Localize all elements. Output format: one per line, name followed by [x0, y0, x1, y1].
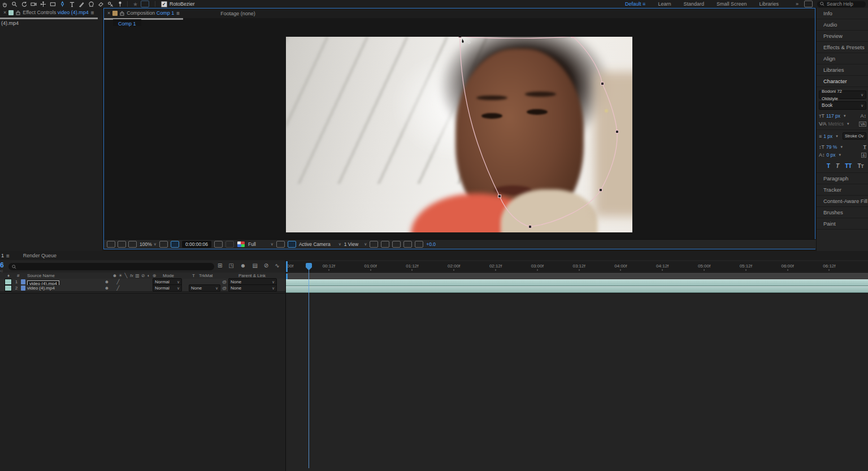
workspace-learn[interactable]: Learn [658, 1, 671, 7]
motion-blur-column-icon[interactable]: ⊘ [140, 273, 146, 278]
layer-row-2[interactable]: 2 video (4).mp4 ☻╱ Normal∨ None∨ @ None∨ [0, 285, 285, 292]
mask-star-icon[interactable]: ★ [133, 1, 138, 7]
parent-pickwhip-icon[interactable]: @ [220, 286, 228, 291]
current-time-fragment[interactable]: 6 [0, 261, 4, 269]
tab-composition[interactable]: × Composition Comp 1 ≡ [104, 8, 183, 19]
puppet-pin-tool-icon[interactable] [115, 1, 125, 8]
tab-effect-controls[interactable]: × Effect Controls video (4).mp4 ≡ [0, 8, 98, 18]
quality-icon[interactable]: ╱ [115, 286, 121, 291]
small-caps-button[interactable]: TT [857, 163, 863, 169]
layer-bar-1[interactable] [286, 279, 868, 286]
lock-icon[interactable] [16, 7, 20, 18]
lock-icon[interactable] [120, 8, 124, 18]
mask-path[interactable] [460, 37, 617, 227]
workspace-default[interactable]: Default ≡ [625, 1, 645, 7]
close-icon[interactable]: × [3, 10, 6, 15]
mask-vertex[interactable] [600, 189, 602, 192]
tab-footage[interactable]: Footage (none) [217, 8, 259, 18]
brush-tool-icon[interactable] [77, 1, 86, 8]
comp-mini-flowchart-icon[interactable]: ⊞ [218, 262, 222, 269]
always-preview-icon[interactable] [107, 241, 115, 248]
panel-paragraph[interactable]: Paragraph [817, 173, 868, 184]
draft-3d-icon[interactable]: ◳ [228, 262, 233, 269]
quality-column-icon[interactable]: ╲ [123, 273, 129, 278]
panel-brushes[interactable]: Brushes [817, 207, 868, 218]
pan-behind-tool-icon[interactable] [38, 1, 48, 8]
pixel-aspect-correction-icon[interactable] [381, 241, 389, 248]
fx-column-icon[interactable]: fx [129, 273, 134, 278]
mask-vertex[interactable] [616, 131, 619, 133]
shy-icon[interactable]: ☻ [104, 279, 110, 284]
panel-character[interactable]: Character [817, 76, 868, 87]
panel-audio[interactable]: Audio [817, 19, 868, 31]
grid-guides-icon[interactable] [159, 241, 168, 248]
col-trkmat[interactable]: TrkMat [199, 273, 231, 278]
rotobezier-checkbox[interactable]: ✓ [161, 1, 167, 7]
flowchart-icon[interactable] [403, 241, 412, 248]
show-snapshot-icon[interactable] [225, 241, 234, 248]
stereo-3d-icon[interactable] [128, 241, 137, 248]
mask-vertex[interactable] [529, 226, 532, 228]
panel-effects-presets[interactable]: Effects & Presets [817, 42, 868, 53]
hand-tool-icon[interactable] [0, 1, 10, 8]
transparency-grid-icon[interactable] [288, 241, 296, 248]
tab-render-queue[interactable]: Render Queue [20, 251, 60, 261]
panel-tracker[interactable]: Tracker [817, 184, 868, 196]
snapshot-camera-icon[interactable] [214, 241, 223, 248]
video-frame[interactable] [286, 37, 632, 232]
font-family-dropdown[interactable]: Bodoni 72 Oldstyle∨ [819, 90, 866, 99]
magnification-dropdown[interactable]: 100%∨ [140, 241, 157, 247]
work-area-bar[interactable] [286, 273, 868, 279]
adjustment-layer-column-icon[interactable]: ◐ [146, 273, 151, 278]
workspace-switcher-icon[interactable] [804, 1, 813, 7]
panel-libraries[interactable]: Libraries [817, 64, 868, 76]
exposure-value[interactable]: +0.0 [426, 241, 436, 247]
monitor-icon[interactable] [118, 241, 126, 248]
current-time-display[interactable]: 0:00:00:06 [182, 241, 211, 248]
stroke-mode-dropdown[interactable]: Stroke Ov [843, 132, 866, 140]
font-size-value[interactable]: 117 px [826, 113, 840, 119]
quality-icon[interactable]: ╱ [115, 279, 121, 284]
view-layout-dropdown[interactable]: 1 View∨ [344, 241, 367, 247]
frame-blend-column-icon[interactable]: ▥ [134, 273, 140, 278]
panel-menu-icon[interactable]: ≡ [6, 253, 10, 259]
col-parent-link[interactable]: Parent & Link [231, 273, 266, 278]
faux-bold-button[interactable]: T [827, 163, 830, 169]
clone-stamp-tool-icon[interactable] [86, 1, 96, 8]
zoom-tool-icon[interactable] [10, 1, 19, 8]
panel-menu-icon[interactable]: ≡ [176, 10, 180, 16]
graph-editor-icon[interactable]: ∿ [275, 262, 279, 269]
camera-dropdown[interactable]: Active Camera∨ [299, 241, 341, 247]
pen-tool-icon[interactable] [58, 1, 67, 8]
panel-paint[interactable]: Paint [817, 218, 868, 230]
camera-tool-icon[interactable] [29, 1, 38, 8]
mask-vertex[interactable] [459, 37, 462, 38]
workspace-libraries[interactable]: Libraries [759, 1, 779, 7]
panel-align[interactable]: Align [817, 53, 868, 64]
mask-vertex-selected[interactable] [571, 37, 574, 38]
mask-visibility-icon[interactable] [171, 241, 179, 248]
parent-dropdown[interactable]: None∨ [228, 284, 277, 292]
region-of-interest-icon[interactable] [276, 241, 285, 248]
baseline-shift-value[interactable]: 0 px [827, 152, 836, 158]
font-style-dropdown[interactable]: Book∨ [819, 101, 866, 110]
workspace-overflow-icon[interactable]: » [796, 1, 798, 7]
collapse-transformations-column-icon[interactable]: ☀ [118, 273, 123, 278]
tab-comp1-timeline[interactable]: 1 ≡ [0, 251, 13, 261]
col-mode[interactable]: Mode [159, 273, 192, 278]
close-icon[interactable]: × [107, 10, 110, 16]
timeline-divider[interactable] [285, 260, 286, 471]
mask-vertex[interactable] [498, 195, 501, 198]
rectangle-tool-icon[interactable] [48, 1, 58, 8]
frame-blending-icon[interactable]: ▤ [252, 262, 257, 269]
goggles-icon[interactable] [370, 241, 378, 248]
blend-mode-dropdown[interactable]: Normal∨ [153, 284, 182, 292]
mask-vertex[interactable] [601, 83, 604, 85]
panel-info[interactable]: Info [817, 8, 868, 19]
shy-column-icon[interactable]: ☻ [112, 273, 118, 278]
eraser-tool-icon[interactable] [96, 1, 106, 8]
viewer-tab-comp1[interactable]: Comp 1 [113, 19, 141, 26]
faux-italic-button[interactable]: T [836, 163, 839, 169]
type-tool-icon[interactable] [67, 1, 77, 8]
panel-menu-icon[interactable]: ≡ [91, 10, 94, 16]
